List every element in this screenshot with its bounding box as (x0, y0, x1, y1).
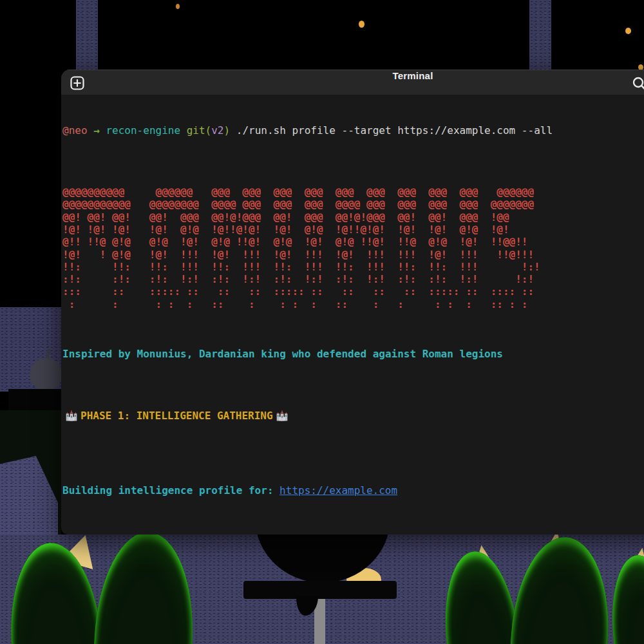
profile-heading: Building intelligence profile for:https:… (62, 484, 644, 497)
text-segment (88, 124, 94, 137)
star-icon (625, 28, 631, 34)
castle-emoji-icon (65, 410, 78, 421)
search-button[interactable] (632, 76, 644, 90)
star-icon (359, 21, 365, 28)
cactus-silhouette (93, 529, 198, 644)
terminal-titlebar[interactable]: Terminal (61, 70, 644, 95)
shelf-silhouette (8, 389, 61, 410)
text-segment: ./run.sh profile --target https://exampl… (230, 124, 553, 137)
text-segment: v2 (211, 124, 223, 137)
terminal-window: Terminal @neo → recon-engine git(v2) ./r… (61, 70, 644, 535)
text-segment: recon-engine (106, 124, 180, 137)
banner-quote: Inspired by Monunius, Dardanian king who… (62, 348, 644, 360)
search-icon (632, 76, 644, 91)
text-segment: git( (187, 124, 212, 137)
sign-silhouette (243, 581, 397, 599)
star-icon (176, 4, 180, 9)
phase-label: PHASE 1: INTELLIGENCE GATHERING (80, 410, 273, 422)
new-tab-button[interactable] (70, 76, 84, 90)
text-segment: → (93, 124, 100, 137)
phase-heading: PHASE 1: INTELLIGENCE GATHERING (62, 410, 644, 422)
cactus-silhouette (607, 553, 644, 644)
text-segment (100, 124, 106, 137)
terminal-output[interactable]: @neo → recon-engine git(v2) ./run.sh pro… (61, 95, 644, 534)
cactus-silhouette (510, 534, 615, 644)
apple-silhouette (30, 358, 62, 390)
text-segment (180, 124, 187, 137)
wallpaper-ground (0, 535, 644, 644)
cactus-silhouette (437, 548, 520, 644)
ascii-art-banner: @@@@@@@@@@ @@@@@@ @@@ @@@ @@@ @@@ @@@ @@… (62, 186, 644, 310)
wallpaper-pillar-right (529, 0, 551, 72)
wallpaper-pillar-left (76, 0, 98, 72)
target-url-link[interactable]: https://example.com (279, 484, 397, 497)
text-segment: @neo (62, 124, 88, 137)
new-tab-plus-icon (70, 76, 84, 90)
window-title: Terminal (392, 70, 433, 96)
text-segment: ) (223, 124, 230, 137)
shell-prompt: @neo → recon-engine git(v2) ./run.sh pro… (62, 124, 644, 137)
castle-emoji-icon (276, 410, 289, 421)
profile-label: Building intelligence profile for: (62, 484, 274, 497)
